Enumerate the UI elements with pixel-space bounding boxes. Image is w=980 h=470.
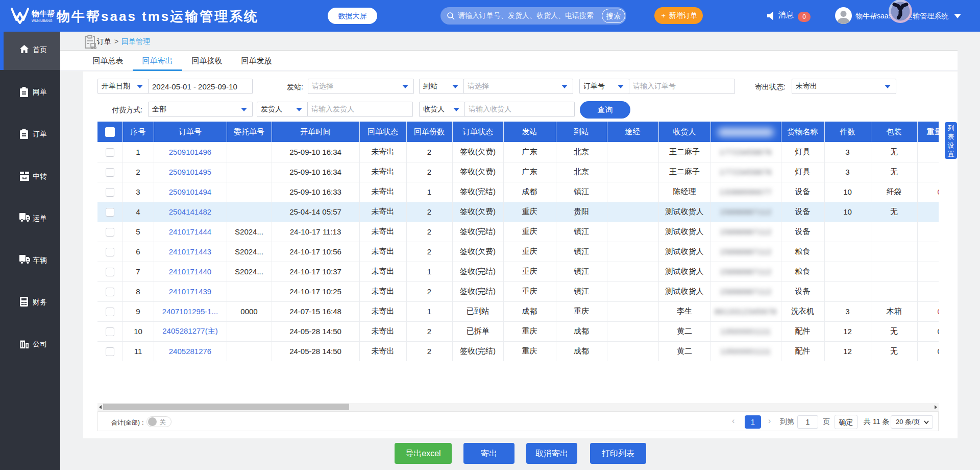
svg-text:WUNIUBANG: WUNIUBANG bbox=[32, 19, 52, 22]
svg-text:物牛帮: 物牛帮 bbox=[31, 9, 55, 18]
